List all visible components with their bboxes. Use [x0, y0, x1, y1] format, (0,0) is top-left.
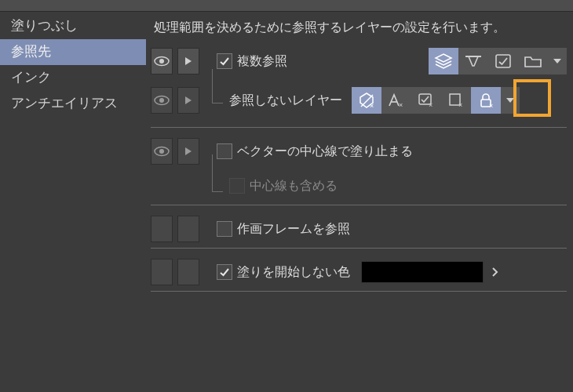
svg-point-1 — [159, 59, 164, 64]
expand-toggle[interactable] — [177, 216, 199, 242]
section-divider — [151, 127, 567, 128]
vector-centerline-label: ベクターの中心線で塗り止まる — [237, 143, 413, 160]
reference-target-icon[interactable] — [458, 48, 488, 74]
row-include-centerline: 中心線も含める — [151, 170, 567, 201]
exclude-dropdown[interactable] — [501, 87, 520, 114]
exclude-draft-icon[interactable]: × — [352, 87, 381, 114]
svg-marker-3 — [436, 54, 451, 62]
expand-toggle[interactable] — [177, 87, 199, 114]
exclude-locked-icon[interactable]: × — [471, 87, 501, 114]
svg-text:×: × — [458, 101, 462, 108]
visibility-toggle[interactable] — [151, 87, 173, 114]
svg-text:×: × — [429, 101, 432, 108]
section-divider — [151, 291, 567, 292]
folder-icon[interactable] — [518, 48, 548, 74]
svg-point-23 — [159, 149, 164, 154]
svg-rect-6 — [496, 55, 510, 67]
sidebar-item-antialias[interactable]: アンチエイリアス — [0, 91, 146, 117]
frame-reference-label: 作画フレームを参照 — [237, 221, 350, 238]
svg-marker-24 — [185, 147, 192, 155]
tree-connector — [204, 170, 224, 201]
no-start-color-checkbox[interactable] — [217, 264, 232, 280]
section-divider — [151, 248, 567, 249]
svg-marker-21 — [506, 98, 514, 103]
row-not-reference-layer: 参照しないレイヤー × × × × × — [151, 85, 567, 116]
multi-reference-dropdown[interactable] — [548, 48, 567, 74]
visibility-toggle[interactable] — [151, 138, 173, 165]
checked-set-icon[interactable] — [488, 48, 518, 74]
tree-connector — [204, 85, 224, 116]
section-description: 処理範囲を決めるために参照するレイヤーの設定を行います。 — [151, 16, 567, 45]
svg-point-9 — [159, 98, 164, 103]
sidebar-item-fill[interactable]: 塗りつぶし — [0, 13, 146, 39]
exclude-mode-group: × × × × × — [352, 87, 520, 114]
section-divider — [151, 205, 567, 205]
expand-toggle[interactable] — [177, 48, 199, 74]
expand-toggle[interactable] — [177, 259, 199, 285]
exclude-paper-icon[interactable]: × — [441, 87, 471, 114]
exclude-edited-icon[interactable]: × — [411, 87, 441, 114]
multi-reference-mode-group — [429, 48, 567, 74]
visibility-toggle[interactable] — [151, 259, 173, 285]
frame-reference-checkbox[interactable] — [217, 221, 232, 237]
settings-main: 処理範囲を決めるために参照するレイヤーの設定を行います。 複数参照 — [146, 12, 573, 392]
visibility-toggle[interactable] — [151, 216, 173, 242]
multi-reference-checkbox[interactable] — [217, 53, 232, 69]
visibility-toggle[interactable] — [151, 48, 173, 74]
svg-marker-7 — [553, 59, 561, 64]
svg-marker-5 — [469, 56, 478, 66]
row-frame-reference: 作画フレームを参照 — [151, 213, 567, 245]
include-centerline-checkbox[interactable] — [229, 178, 245, 194]
svg-marker-2 — [185, 57, 192, 65]
sidebar-item-ink[interactable]: インク — [0, 65, 146, 91]
panel-header-strip — [0, 0, 573, 12]
multi-reference-label: 複数参照 — [237, 53, 287, 70]
layers-mode-icon[interactable] — [429, 48, 458, 74]
svg-text:×: × — [489, 102, 493, 109]
no-start-color-label: 塗りを開始しない色 — [237, 264, 350, 281]
svg-marker-10 — [185, 96, 192, 104]
include-centerline-label: 中心線も含める — [250, 178, 338, 194]
panel-body: 塗りつぶし 参照先 インク アンチエイリアス 処理範囲を決めるために参照するレイ… — [0, 12, 573, 392]
sidebar-item-reference[interactable]: 参照先 — [0, 39, 146, 65]
color-detail-chevron[interactable] — [488, 267, 501, 278]
no-start-color-swatch[interactable] — [361, 261, 484, 283]
exclude-text-icon[interactable]: × — [381, 87, 411, 114]
row-no-start-color: 塗りを開始しない色 — [151, 256, 567, 288]
svg-text:×: × — [370, 102, 374, 109]
expand-toggle[interactable] — [177, 138, 199, 165]
not-reference-layer-label: 参照しないレイヤー — [229, 93, 342, 109]
category-sidebar: 塗りつぶし 参照先 インク アンチエイリアス — [0, 12, 146, 392]
svg-text:×: × — [399, 101, 403, 108]
